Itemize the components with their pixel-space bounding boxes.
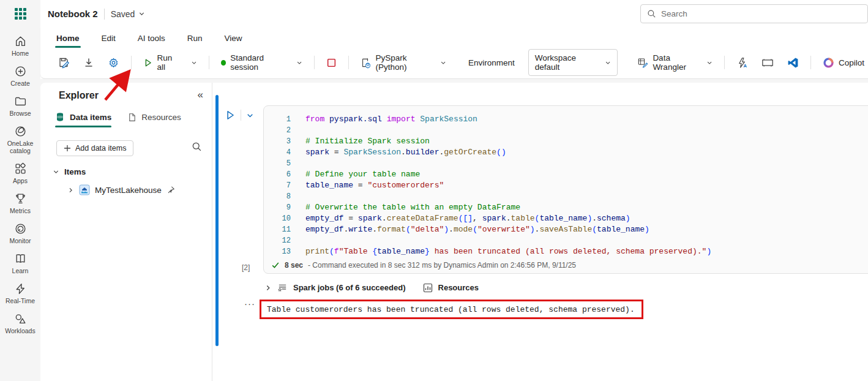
environment-button[interactable]: Environment xyxy=(465,55,518,71)
copilot-button[interactable]: Copilot xyxy=(819,53,868,72)
add-data-items-button[interactable]: Add data items xyxy=(56,140,133,156)
rail-item-monitor[interactable]: Monitor xyxy=(1,222,39,244)
app-launcher-button[interactable] xyxy=(0,0,40,28)
rail-item-create[interactable]: Create xyxy=(1,65,39,87)
items-header-label: Items xyxy=(64,167,86,176)
rail-item-label: Learn xyxy=(12,267,29,274)
toolbar-divider xyxy=(209,56,209,69)
frame-view-button[interactable] xyxy=(758,54,777,72)
rail-item-label: Real-Time xyxy=(6,297,35,304)
explorer-pane: Explorer « Data items Resources Add data… xyxy=(40,83,212,381)
document-icon xyxy=(127,113,137,122)
workspace-label: Workspace default xyxy=(535,53,599,72)
lakehouse-icon xyxy=(79,184,90,195)
export-button[interactable] xyxy=(80,53,98,72)
rail-item-workloads[interactable]: Workloads xyxy=(1,312,39,334)
resources-label[interactable]: Resources xyxy=(438,283,479,292)
chevron-down-icon xyxy=(246,111,254,119)
code-line: 9# Overwrite the table with an empty Dat… xyxy=(264,202,868,213)
apps-icon xyxy=(14,162,27,175)
code-line: 10empty_df = spark.createDataFrame([], s… xyxy=(264,213,868,224)
menu-tab-run[interactable]: Run xyxy=(186,30,204,47)
saved-status-menu[interactable]: Saved xyxy=(111,9,146,19)
items-section-header[interactable]: Items xyxy=(53,167,86,176)
tree-item-label: MyTestLakehouse xyxy=(95,186,162,195)
rail-item-metrics[interactable]: Metrics xyxy=(1,192,39,214)
collapse-pane-icon[interactable]: « xyxy=(198,89,203,101)
database-icon xyxy=(55,112,65,122)
home-icon xyxy=(14,35,27,48)
tab-resources[interactable]: Resources xyxy=(127,112,181,127)
line-number: 8 xyxy=(264,191,291,202)
language-selector[interactable]: PySpark (Python) xyxy=(357,50,450,75)
session-label: Standard session xyxy=(230,53,290,72)
settings-button[interactable] xyxy=(104,53,123,72)
line-number: 3 xyxy=(264,136,291,147)
save-button[interactable] xyxy=(54,53,73,72)
menu-tab-home[interactable]: Home xyxy=(55,30,81,47)
search-icon xyxy=(647,9,656,18)
run-cell-button[interactable] xyxy=(225,110,236,121)
download-icon xyxy=(83,57,94,68)
gear-icon xyxy=(108,57,119,69)
code-line: 13print(f"Table {table_name} has been tr… xyxy=(264,246,868,257)
cell-menu-button[interactable] xyxy=(246,111,254,119)
line-number: 5 xyxy=(264,158,291,169)
menu-tab-edit[interactable]: Edit xyxy=(100,30,117,47)
tree-item-lakehouse[interactable]: MyTestLakehouse xyxy=(67,184,175,195)
menu-tab-ai-tools[interactable]: AI tools xyxy=(137,30,166,47)
realtime-icon xyxy=(14,282,27,295)
rail-item-label: Metrics xyxy=(10,207,31,214)
search-icon xyxy=(192,141,202,152)
code-line: 6# Define your table name xyxy=(264,169,868,180)
explorer-search-button[interactable] xyxy=(192,141,202,152)
add-data-items-label: Add data items xyxy=(75,144,126,153)
rail-item-label: Apps xyxy=(13,177,28,184)
code-editor[interactable]: 1from pyspark.sql import SparkSession23#… xyxy=(264,114,868,257)
pin-icon xyxy=(166,186,175,194)
rail-item-home[interactable]: Home xyxy=(1,35,39,57)
rail-item-learn[interactable]: Learn xyxy=(1,252,39,274)
tab-data-items[interactable]: Data items xyxy=(55,112,111,127)
code-line: 2 xyxy=(264,125,868,136)
success-check-icon xyxy=(271,261,280,270)
line-number: 13 xyxy=(264,246,291,257)
global-search-input[interactable]: Search xyxy=(640,4,868,23)
output-overflow-dots[interactable]: ··· xyxy=(244,298,255,309)
quick-actions-button[interactable]: A xyxy=(733,53,752,72)
line-number: 9 xyxy=(264,202,291,213)
line-number: 7 xyxy=(264,180,291,191)
vscode-button[interactable] xyxy=(784,53,803,72)
rail-item-realtime[interactable]: Real-Time xyxy=(1,282,39,304)
run-all-label: Run all xyxy=(157,53,180,72)
run-all-button[interactable]: Run all xyxy=(140,50,201,75)
workspace-dropdown[interactable]: Workspace default xyxy=(528,49,618,76)
chevron-down-icon xyxy=(138,10,145,17)
data-wrangler-button[interactable]: Data Wrangler xyxy=(634,50,716,75)
code-cell: 1from pyspark.sql import SparkSession23#… xyxy=(263,105,868,274)
cell-output-text: Table customerorders has been truncated … xyxy=(267,305,635,314)
rail-item-label: Workloads xyxy=(5,327,35,334)
expand-jobs-chevron[interactable] xyxy=(264,284,272,292)
spark-jobs-label[interactable]: Spark jobs (6 of 6 succeeded) xyxy=(293,283,406,292)
svg-text:A: A xyxy=(743,63,747,69)
rail-item-apps[interactable]: Apps xyxy=(1,162,39,184)
menu-tab-view[interactable]: View xyxy=(223,30,244,47)
ribbon-menu-tabs: HomeEditAI toolsRunView xyxy=(55,28,244,48)
session-status-button[interactable]: Standard session xyxy=(217,50,306,75)
toolbar-divider xyxy=(348,56,349,69)
workloads-icon xyxy=(14,312,27,325)
content-panel: Explorer « Data items Resources Add data… xyxy=(40,83,868,381)
session-green-dot xyxy=(221,60,226,66)
waffle-icon xyxy=(15,8,26,20)
cell-duration: 8 sec xyxy=(285,261,303,270)
ribbon-toolbar: Run all Standard session PySpark (Python… xyxy=(54,50,868,75)
notebook-title[interactable]: Notebook 2 xyxy=(48,9,98,19)
tab-resources-label: Resources xyxy=(141,113,181,122)
rail-item-onelake[interactable]: OneLake catalog xyxy=(1,125,39,154)
flash-a-icon: A xyxy=(736,57,748,69)
chevron-right-icon xyxy=(264,284,272,292)
stop-session-button[interactable] xyxy=(323,54,340,72)
rail-item-browse[interactable]: Browse xyxy=(1,95,39,117)
kernel-icon xyxy=(361,57,372,69)
